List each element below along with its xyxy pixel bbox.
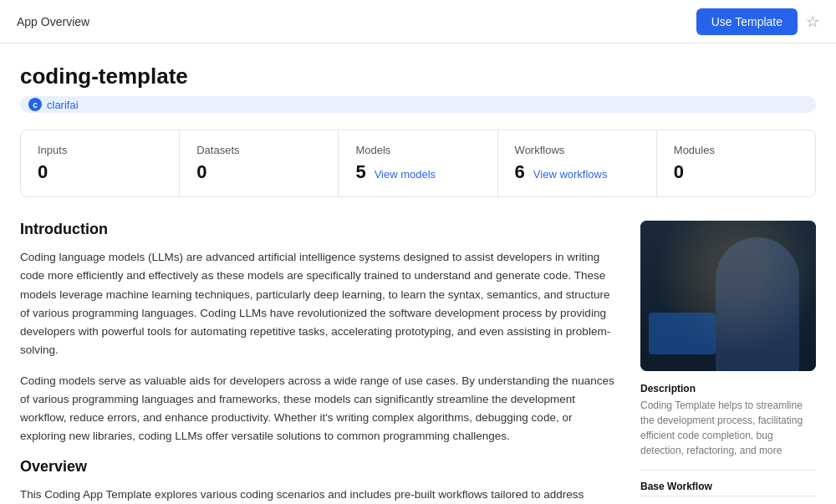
base-workflow-label: Base Workflow	[640, 481, 816, 492]
stat-workflows: Workflows 6 View workflows	[498, 130, 657, 196]
stat-models-value: 5	[355, 161, 365, 183]
stat-datasets-value: 0	[196, 161, 321, 183]
stat-datasets: Datasets 0	[180, 130, 339, 196]
view-models-link[interactable]: View models	[375, 168, 436, 181]
introduction-paragraph-2: Coding models serve as valuable aids for…	[20, 372, 617, 446]
overview-paragraph: This Coding App Template explores variou…	[20, 486, 617, 504]
sidebar-divider-2	[640, 496, 816, 496]
app-title: coding-template	[20, 64, 816, 89]
stat-inputs: Inputs 0	[21, 130, 180, 196]
main-content: Introduction Coding language models (LLM…	[20, 221, 617, 504]
stat-modules-value: 0	[674, 161, 798, 183]
stat-models-label: Models	[355, 144, 480, 156]
introduction-paragraph-1: Coding language models (LLMs) are advanc…	[20, 248, 617, 360]
stat-inputs-value: 0	[38, 161, 162, 183]
author-badge[interactable]: c clarifai	[20, 96, 816, 113]
page-content: coding-template c clarifai Inputs 0 Data…	[0, 43, 836, 504]
stats-row: Inputs 0 Datasets 0 Models 5 View models…	[20, 130, 816, 197]
use-template-button[interactable]: Use Template	[696, 8, 798, 35]
screen-decoration	[649, 313, 716, 354]
header: App Overview Use Template ☆	[0, 0, 836, 43]
stat-models-row: 5 View models	[355, 161, 480, 183]
sidebar-image-inner	[640, 221, 816, 371]
author-name: clarifai	[47, 99, 79, 111]
stat-workflows-label: Workflows	[515, 144, 640, 156]
star-button[interactable]: ☆	[806, 13, 819, 31]
stat-modules: Modules 0	[657, 130, 815, 196]
author-initial: c	[28, 98, 42, 111]
sidebar-image	[640, 221, 816, 371]
stat-datasets-label: Datasets	[196, 144, 321, 156]
stat-workflows-value: 6	[515, 161, 525, 183]
header-actions: Use Template ☆	[696, 8, 819, 35]
stat-models: Models 5 View models	[339, 130, 497, 196]
overview-heading: Overview	[20, 458, 617, 476]
person-decoration	[716, 237, 799, 371]
description-value: Coding Template helps to streamline the …	[640, 398, 816, 458]
view-workflows-link[interactable]: View workflows	[533, 168, 608, 181]
stat-modules-label: Modules	[674, 144, 798, 156]
introduction-heading: Introduction	[20, 221, 617, 238]
stat-workflows-row: 6 View workflows	[515, 161, 640, 183]
sidebar: Description Coding Template helps to str…	[640, 221, 816, 504]
sidebar-divider-1	[640, 470, 816, 471]
star-icon: ☆	[806, 13, 819, 31]
description-label: Description	[640, 383, 816, 395]
stat-inputs-label: Inputs	[38, 144, 162, 156]
main-layout: Introduction Coding language models (LLM…	[20, 221, 816, 504]
page-title: App Overview	[17, 15, 89, 28]
